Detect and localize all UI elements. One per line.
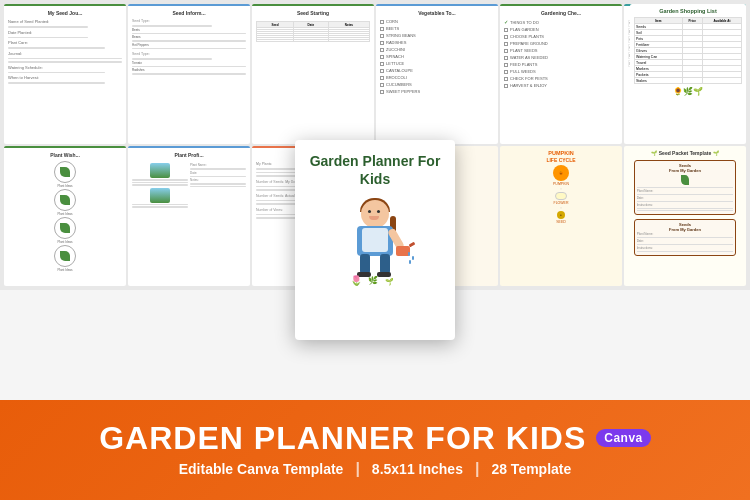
card-pumpkin-lifecycle: PUMPKIN LIFE CYCLE 🎃 PUMPKIN ↑ FLOWER ↑ … [500, 146, 622, 286]
card-seed-info-title: Seed Inform... [132, 10, 246, 16]
kid-leg-right [380, 254, 390, 274]
kid-head [361, 200, 389, 228]
card-checklist-title: Gardening Che... [504, 10, 618, 16]
kid-apron [362, 228, 388, 252]
kid-character-illustration: 🌷 🌿 🌱 [340, 200, 410, 290]
banner-item-size: 8.5x11 Inches [372, 461, 463, 477]
banner-subtitle: Editable Canva Template | 8.5x11 Inches … [179, 460, 572, 478]
card-vegetables-todo: Vegetables To... CORN BEETS STRING BEANS… [376, 4, 498, 144]
shopping-list-title: Garden Shopping List [634, 8, 742, 14]
card-profile-title: Plant Profi... [132, 152, 246, 158]
card-seed-starting: Seed Starting SeedDateNotes [252, 4, 374, 144]
card-seed-packet-title: 🌱 Seed Packet Template 🌱 [628, 150, 742, 156]
banner-item-template: Editable Canva Template [179, 461, 344, 477]
card-shopping-list: Garden Shopping List Item Price Availabl… [630, 4, 746, 142]
banner-main-title: GARDEN PLANNER FOR KIDS Canva [99, 422, 651, 454]
card-plant-profile: Plant Profi... Plant Name: Date: Notes: [128, 146, 250, 286]
card-seed-journal: My Seed Jou... Name of Seed Planted: Dat… [4, 4, 126, 144]
bottom-banner: GARDEN PLANNER FOR KIDS Canva Editable C… [0, 400, 750, 500]
card-gardening-checklist: Gardening Che... ✓THINGS TO DO PLAN GARD… [500, 4, 622, 144]
card-seed-starting-title: Seed Starting [256, 10, 370, 16]
card-vegetables-title: Vegetables To... [380, 10, 494, 16]
kid-leg-left [360, 254, 370, 274]
card-seed-info: Seed Inform... Seed Type: Beets Beans Ho… [128, 4, 250, 144]
banner-item-count: 28 Template [491, 461, 571, 477]
card-seed-journal-title: My Seed Jou... [8, 10, 122, 16]
featured-title: Garden Planner For Kids [303, 152, 447, 188]
canva-badge: Canva [596, 429, 651, 447]
featured-garden-planner: Garden Planner For Kids 🌷 🌿 🌱 [295, 140, 455, 340]
card-plant-wishlist: Plant Wish... Plant Ideas Plant Ideas Pl… [4, 146, 126, 286]
card-wishlist-title: Plant Wish... [8, 152, 122, 158]
card-seed-packet: 🌱 Seed Packet Template 🌱 Seeds From My G… [624, 146, 746, 286]
